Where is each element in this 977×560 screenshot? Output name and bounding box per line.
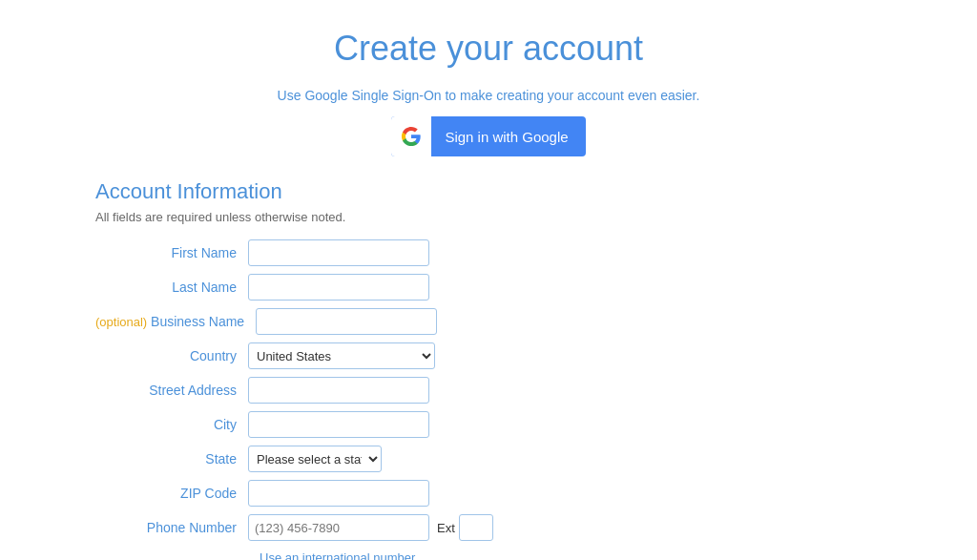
country-row: Country United States Canada United King…: [95, 342, 939, 369]
phone-number-label: Phone Number: [95, 520, 248, 535]
city-input[interactable]: [248, 411, 429, 438]
ext-label: Ext: [437, 521, 455, 535]
state-row: State Please select a state Alabama Alas…: [95, 446, 939, 472]
last-name-input[interactable]: [248, 274, 429, 301]
first-name-row: First Name: [95, 239, 939, 266]
business-name-row: (optional) Business Name: [95, 308, 939, 335]
business-name-text: Business Name: [151, 314, 244, 329]
zip-code-label: ZIP Code: [95, 486, 248, 501]
country-select[interactable]: United States Canada United Kingdom Aust…: [248, 342, 435, 369]
google-signin-label: Sign in with Google: [431, 129, 585, 145]
phone-number-row: Phone Number Ext: [95, 514, 939, 541]
street-address-input[interactable]: [248, 377, 429, 404]
sso-description: Use Google Single Sign-On to make creati…: [38, 88, 939, 103]
zip-code-row: ZIP Code: [95, 480, 939, 507]
sso-section: Use Google Single Sign-On to make creati…: [38, 88, 939, 156]
city-row: City: [95, 411, 939, 438]
business-name-label: (optional) Business Name: [95, 314, 256, 329]
google-signin-button[interactable]: Sign in with Google: [391, 116, 585, 156]
business-name-input[interactable]: [256, 308, 437, 335]
first-name-label: First Name: [95, 245, 248, 260]
state-label: State: [95, 451, 248, 467]
intl-number-row: Use an international number: [260, 549, 939, 560]
required-note: All fields are required unless otherwise…: [95, 210, 939, 224]
zip-code-input[interactable]: [248, 480, 429, 507]
account-information-section: Account Information All fields are requi…: [95, 179, 939, 560]
street-address-label: Street Address: [95, 383, 248, 398]
state-select[interactable]: Please select a state Alabama Alaska Ari…: [248, 446, 382, 472]
first-name-input[interactable]: [248, 239, 429, 266]
optional-tag: (optional): [95, 315, 147, 329]
section-title: Account Information: [95, 179, 939, 204]
last-name-label: Last Name: [95, 280, 248, 295]
street-address-row: Street Address: [95, 377, 939, 404]
page-container: Create your account Use Google Single Si…: [0, 0, 977, 560]
phone-input-group: Ext: [248, 514, 493, 541]
ext-input[interactable]: [459, 514, 493, 541]
intl-number-link[interactable]: Use an international number: [260, 550, 415, 560]
city-label: City: [95, 417, 248, 432]
page-title: Create your account: [38, 29, 939, 69]
google-icon: [391, 116, 431, 156]
last-name-row: Last Name: [95, 274, 939, 301]
phone-number-input[interactable]: [248, 514, 429, 541]
country-label: Country: [95, 348, 248, 363]
